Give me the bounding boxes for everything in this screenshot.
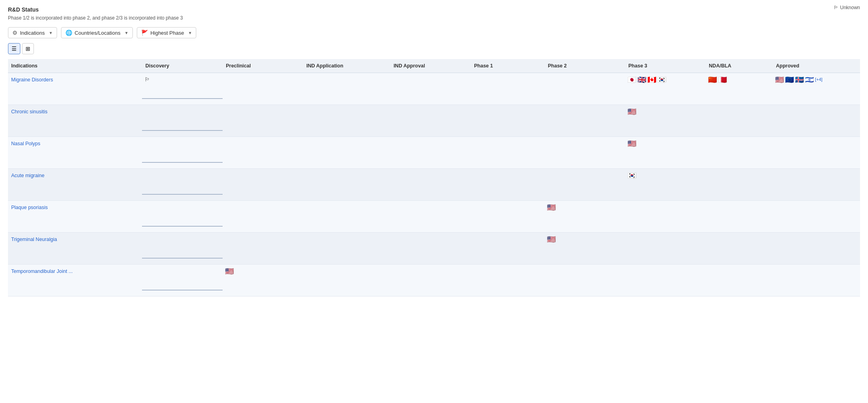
flag-container: 🇰🇷 [625, 169, 706, 182]
flag-icon: 🇰🇷 [657, 76, 666, 83]
cell-approved [773, 137, 860, 169]
cell-ind_application [303, 105, 391, 137]
cell-ind_approval [391, 137, 471, 169]
filter-bar: ⚙ Indications ▼ 🌐 Countries/Locations ▼ … [8, 27, 860, 38]
cell-phase1 [471, 105, 544, 137]
grid-view-button[interactable]: ⊞ [22, 43, 34, 54]
cell-phase1 [471, 265, 544, 296]
flag-icon: 🇨🇦 [647, 76, 656, 83]
countries-icon: 🌐 [65, 30, 72, 36]
flag-icon: 🇨🇳 [708, 76, 717, 83]
cell-ind_application [303, 137, 391, 169]
indication-link[interactable]: Acute migraine [11, 173, 44, 178]
cell-preclinical: 🇺🇸 [223, 265, 303, 296]
cell-preclinical [223, 137, 303, 169]
col-header-preclinical: Preclinical [223, 59, 303, 73]
highest-phase-chevron: ▼ [188, 31, 192, 35]
cell-ind_approval [391, 73, 471, 105]
flag-container: 🇺🇸 [625, 137, 706, 150]
flag-icon: 🇬🇧 [637, 76, 646, 83]
table-row: Migraine Disorders🏳🇯🇵🇬🇧🇨🇦🇰🇷🇨🇳🇧🇭🇺🇸🇪🇺🇮🇸🇮🇱[… [8, 73, 860, 105]
table-row: Trigeminal Neuralgia🇺🇸 [8, 233, 860, 265]
unknown-flag-icon: 🏳 [144, 76, 150, 83]
col-header-phase1: Phase 1 [471, 59, 544, 73]
cell-discovery [142, 169, 223, 201]
indication-link[interactable]: Migraine Disorders [11, 77, 53, 83]
highest-phase-label: Highest Phase [150, 30, 184, 36]
page-subtitle: Phase 1/2 is incorporated into phase 2, … [8, 15, 860, 21]
flag-container: 🇺🇸 [223, 265, 303, 278]
indications-chevron: ▼ [49, 31, 53, 35]
cell-phase2: 🇺🇸 [544, 201, 625, 233]
indication-link[interactable]: Chronic sinusitis [11, 109, 47, 115]
indication-cell: Trigeminal Neuralgia [8, 233, 142, 265]
flag-icon: 🇺🇸 [627, 140, 636, 147]
flag-icon: 🇺🇸 [775, 76, 784, 83]
col-header-ind-approval: IND Approval [391, 59, 471, 73]
flag-icon: 🇧🇭 [718, 76, 727, 83]
cell-phase1 [471, 169, 544, 201]
view-toggle: ☰ ⊞ 🏳 Unknown [8, 43, 860, 54]
flag-icon: 🇺🇸 [547, 236, 556, 243]
flag-icon: 🇯🇵 [627, 76, 636, 83]
indication-link[interactable]: Nasal Polyps [11, 141, 40, 146]
unknown-label: Unknown [840, 5, 860, 10]
indication-cell: Nasal Polyps [8, 137, 142, 169]
flag-icon: 🇺🇸 [627, 108, 636, 115]
countries-chevron: ▼ [124, 31, 128, 35]
cell-approved [773, 201, 860, 233]
cell-nda_bla [706, 201, 773, 233]
cell-discovery [142, 265, 223, 296]
cell-preclinical [223, 73, 303, 105]
indications-filter[interactable]: ⚙ Indications ▼ [8, 27, 57, 38]
col-header-ind-application: IND Application [303, 59, 391, 73]
cell-nda_bla: 🇨🇳🇧🇭 [706, 73, 773, 105]
indication-link[interactable]: Plaque psoriasis [11, 205, 48, 210]
cell-discovery: 🏳 [142, 73, 223, 105]
cell-phase1 [471, 137, 544, 169]
table-header-row: Indications Discovery Preclinical IND Ap… [8, 59, 860, 73]
cell-approved: 🇺🇸🇪🇺🇮🇸🇮🇱[+4] [773, 73, 860, 105]
more-badge[interactable]: [+4] [815, 77, 823, 83]
highest-phase-icon: 🚩 [141, 30, 148, 36]
cell-ind_approval [391, 105, 471, 137]
col-header-indications: Indications [8, 59, 142, 73]
highest-phase-filter[interactable]: 🚩 Highest Phase ▼ [137, 27, 196, 38]
flag-icon: 🇰🇷 [627, 172, 636, 179]
unknown-legend: 🏳 Unknown [834, 5, 860, 10]
cell-discovery [142, 105, 223, 137]
flag-container: 🇺🇸 [544, 233, 625, 246]
cell-discovery [142, 233, 223, 265]
flag-icon: 🇺🇸 [547, 204, 556, 211]
cell-approved [773, 169, 860, 201]
cell-phase2 [544, 137, 625, 169]
cell-ind_approval [391, 233, 471, 265]
flag-container: 🇺🇸 [544, 201, 625, 214]
flag-icon: 🇺🇸 [225, 268, 234, 275]
cell-ind_application [303, 265, 391, 296]
indications-icon: ⚙ [12, 30, 18, 36]
indications-label: Indications [20, 30, 45, 36]
cell-discovery [142, 201, 223, 233]
cell-phase2 [544, 105, 625, 137]
cell-preclinical [223, 201, 303, 233]
table-row: Chronic sinusitis🇺🇸 [8, 105, 860, 137]
cell-phase1 [471, 201, 544, 233]
cell-approved [773, 265, 860, 296]
flag-icon: 🇮🇱 [805, 76, 814, 83]
cell-ind_approval [391, 265, 471, 296]
indication-link[interactable]: Trigeminal Neuralgia [11, 237, 57, 242]
indication-link[interactable]: Temporomandibular Joint ... [11, 269, 73, 274]
cell-phase1 [471, 233, 544, 265]
countries-label: Countries/Locations [75, 30, 120, 36]
indication-cell: Plaque psoriasis [8, 201, 142, 233]
list-view-button[interactable]: ☰ [8, 43, 20, 54]
countries-filter[interactable]: 🌐 Countries/Locations ▼ [61, 27, 133, 38]
col-header-nda-bla: NDA/BLA [706, 59, 773, 73]
cell-preclinical [223, 105, 303, 137]
cell-ind_application [303, 201, 391, 233]
indication-cell: Migraine Disorders [8, 73, 142, 105]
flag-container: 🇺🇸🇪🇺🇮🇸🇮🇱[+4] [773, 73, 860, 87]
flag-container: 🇺🇸 [625, 105, 706, 119]
cell-phase2: 🇺🇸 [544, 233, 625, 265]
